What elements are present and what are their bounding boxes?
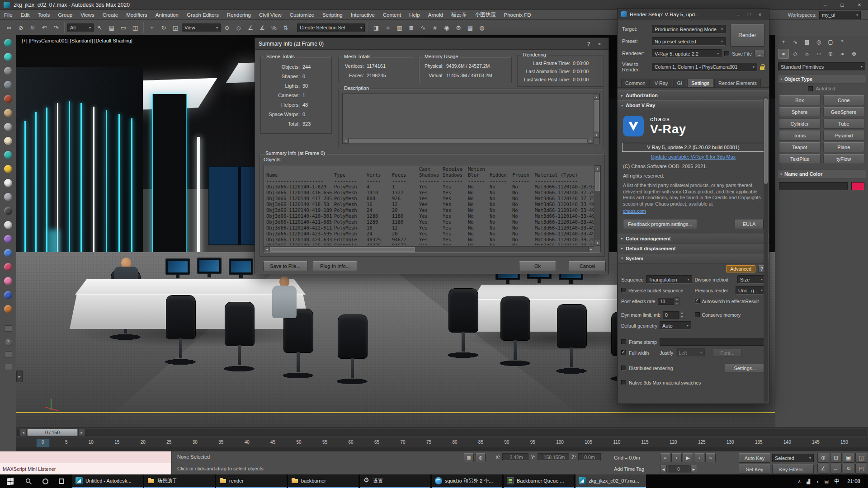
- go-to-end-icon[interactable]: »: [705, 453, 716, 462]
- select-and-move-icon[interactable]: +: [146, 22, 157, 33]
- menu-item[interactable]: Animation: [151, 10, 183, 20]
- taskbar-app-button[interactable]: render: [216, 474, 287, 488]
- renderer-dropdown[interactable]: V-Ray 5, update 2.2: [652, 49, 722, 58]
- x-coordinate-field[interactable]: -2.42m: [502, 453, 528, 461]
- select-and-rotate-icon[interactable]: ↻: [158, 22, 169, 33]
- time-slider-handle[interactable]: 0 / 150: [27, 429, 78, 436]
- horizontal-scrollbar[interactable]: ◂ ▸: [264, 246, 594, 252]
- minimize-button[interactable]: –: [816, 0, 834, 10]
- pan-view-icon[interactable]: ↔: [830, 464, 842, 474]
- percent-snap-icon[interactable]: %: [269, 22, 279, 33]
- start-button[interactable]: [0, 474, 20, 488]
- object-type-button[interactable]: Teapot: [779, 142, 821, 152]
- blue-box-icon[interactable]: [4, 291, 12, 299]
- view-to-render-dropdown[interactable]: Column 1, Column 1 - PhysCamera001: [652, 63, 757, 71]
- clock[interactable]: 21:08: [847, 479, 860, 484]
- window-crossing-icon[interactable]: ◫: [130, 22, 141, 33]
- workspaces-dropdown[interactable]: my_ui: [819, 11, 861, 19]
- column-header[interactable]: Type: [333, 172, 365, 178]
- maximize-button[interactable]: □: [744, 10, 755, 19]
- object-type-button[interactable]: Tube: [823, 119, 865, 129]
- table-row[interactable]: ----------------------------------------…: [265, 178, 594, 184]
- use-pivot-center-icon[interactable]: ⊙: [222, 22, 232, 33]
- autogrid-checkbox[interactable]: [808, 86, 813, 91]
- font-button[interactable]: Font...: [713, 349, 742, 357]
- systems-category-icon[interactable]: ⊛: [849, 49, 859, 59]
- menu-item[interactable]: Graph Editors: [183, 10, 223, 20]
- align-icon[interactable]: ≡: [382, 22, 393, 33]
- maximize-viewport-toggle-icon[interactable]: ◰: [855, 464, 867, 474]
- taskbar-app-button[interactable]: 设置: [360, 474, 430, 488]
- table-row[interactable]: Obj3d66-1120140-422-511PolyMesh1612Yes Y…: [265, 225, 594, 231]
- primitive-category-dropdown[interactable]: Standard Primitives: [778, 62, 865, 71]
- taskbar-app-button[interactable]: Untitled - Autodesk...: [72, 474, 143, 488]
- object-type-button[interactable]: Cone: [823, 95, 865, 105]
- mini-panel-icon[interactable]: [4, 352, 12, 358]
- render-production-icon[interactable]: ◍: [476, 22, 487, 33]
- column-header[interactable]: Name: [265, 172, 333, 178]
- minimize-button[interactable]: –: [733, 10, 744, 19]
- menu-item[interactable]: 猫云东: [447, 10, 471, 20]
- create-tab-icon[interactable]: +: [778, 37, 789, 47]
- menu-item[interactable]: Help: [405, 10, 424, 20]
- teal-sphere-icon[interactable]: [4, 39, 12, 47]
- render-setup-icon[interactable]: ⚙: [453, 22, 464, 33]
- select-by-name-icon[interactable]: ▤: [106, 22, 117, 33]
- save-to-file-button[interactable]: Save to File...: [263, 261, 307, 271]
- menu-item[interactable]: Group: [54, 10, 76, 20]
- menu-item[interactable]: Scripting: [318, 10, 347, 20]
- absolute-relative-coords-icon[interactable]: ⊕: [476, 453, 486, 462]
- next-frame-arrow[interactable]: ▸: [78, 429, 85, 436]
- object-type-button[interactable]: Plane: [823, 142, 865, 152]
- viewport-layout-tab[interactable]: ▸: [16, 371, 23, 382]
- undo-icon[interactable]: ↶: [39, 22, 50, 33]
- render-setup-tab[interactable]: GI: [673, 79, 687, 87]
- time-slider-track[interactable]: [17, 429, 867, 436]
- taskbar-app-button[interactable]: Backburner Queue ...: [504, 474, 574, 488]
- render-setup-tab[interactable]: Settings: [687, 79, 713, 87]
- native-swatches-checkbox[interactable]: [621, 380, 626, 385]
- snaps-toggle-icon[interactable]: ∠: [245, 22, 256, 33]
- menu-item[interactable]: Rendering: [223, 10, 255, 20]
- column-header[interactable]: Frozen: [511, 172, 533, 178]
- zoom-extents-icon[interactable]: ▣: [843, 453, 854, 463]
- column-header[interactable]: Shadows: [418, 172, 441, 178]
- y-coordinate-field[interactable]: -158.155m: [538, 453, 569, 461]
- maxscript-mini-listener[interactable]: MAXScript Mini Listener: [0, 451, 172, 475]
- update-available-link[interactable]: Update available: V-Ray 6 for 3ds Max: [618, 154, 769, 160]
- material-editor-icon[interactable]: ◉: [441, 22, 452, 33]
- table-row[interactable]: Obj3d66-1120140-420-301PolyMesh12801180Y…: [265, 213, 594, 219]
- preset-dropdown[interactable]: No preset selected: [652, 37, 726, 46]
- plug-in-info-button[interactable]: Plug-In Info...: [313, 261, 357, 271]
- create-selection-set-dropdown[interactable]: Create Selection Set: [297, 23, 365, 32]
- object-type-button[interactable]: Pyramid: [823, 131, 865, 141]
- division-method-dropdown[interactable]: Size: [737, 275, 765, 284]
- task-view-icon[interactable]: [53, 474, 70, 488]
- volume-icon[interactable]: ◖: [813, 479, 822, 484]
- zoom-extents-all-icon[interactable]: ◱: [855, 453, 867, 463]
- add-time-tag[interactable]: Add Time Tag: [614, 466, 644, 472]
- slate-panel-icon[interactable]: [4, 325, 12, 332]
- taskbar-app-button[interactable]: 场景助手: [144, 474, 215, 488]
- auto-key-button[interactable]: Auto Key: [739, 453, 770, 463]
- geometry-category-icon[interactable]: ●: [778, 49, 789, 59]
- close-icon[interactable]: ×: [594, 39, 605, 48]
- full-width-checkbox[interactable]: [621, 350, 626, 355]
- distributed-rendering-checkbox[interactable]: [621, 366, 626, 371]
- save-file-browse-button[interactable]: ...: [755, 50, 764, 57]
- menu-item[interactable]: 小图快渲: [471, 10, 500, 20]
- dark-brush-icon[interactable]: [4, 207, 12, 215]
- previous-frame-arrow[interactable]: ◂: [20, 429, 27, 436]
- previous-render-dropdown[interactable]: Unc...ged: [736, 286, 765, 295]
- key-filters-button[interactable]: Key Filters...: [772, 465, 814, 474]
- legal-link[interactable]: chaos.com: [623, 208, 646, 214]
- dr-settings-button[interactable]: Settings...: [725, 364, 765, 372]
- red-box-icon[interactable]: [4, 95, 12, 103]
- select-and-link-icon[interactable]: ∞: [4, 22, 14, 33]
- taskbar-app-button[interactable]: zkg_jkzx_c02_07.ma...: [576, 474, 646, 488]
- column-header[interactable]: Hidden: [488, 172, 511, 178]
- select-object-icon[interactable]: ↖: [94, 22, 105, 33]
- close-icon[interactable]: ×: [755, 10, 765, 19]
- silver-sphere-icon[interactable]: [4, 123, 12, 131]
- object-type-button[interactable]: Cylinder: [779, 119, 821, 129]
